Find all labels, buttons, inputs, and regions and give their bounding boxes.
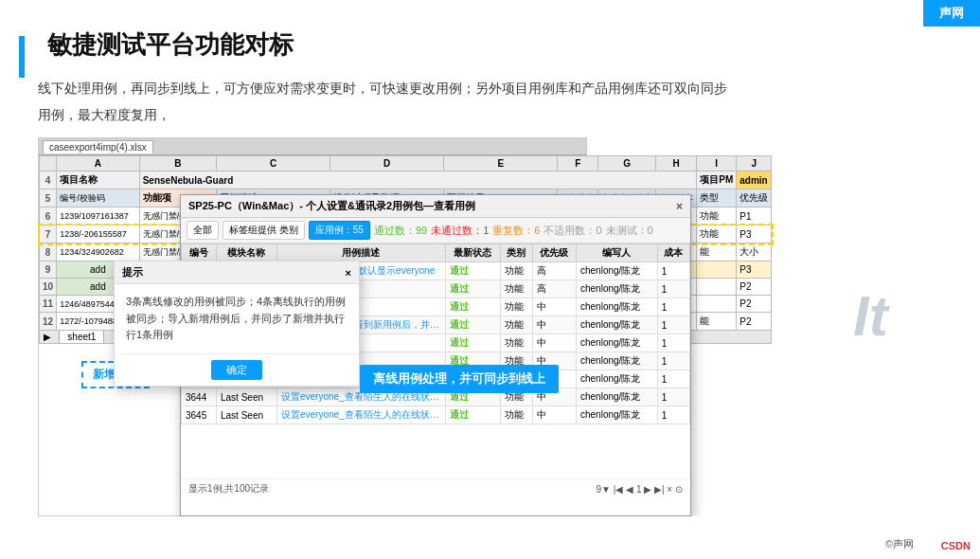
repeat-count: 重复数：6 bbox=[492, 224, 540, 238]
filter-label-btn[interactable]: 标签组提供 类别 bbox=[223, 221, 305, 240]
dialog-pagination[interactable]: 9▼ |◀ ◀ 1 ▶ ▶| × ⊙ bbox=[596, 484, 683, 495]
excel-tab[interactable]: caseexport4imp(4).xlsx bbox=[43, 140, 153, 153]
alert-footer: 确定 bbox=[115, 353, 359, 386]
page-title: 敏捷测试平台功能对标 bbox=[34, 28, 980, 62]
screenshot-area: caseexport4imp(4).xlsx A B C D E F G H I bbox=[38, 137, 947, 516]
table-row: 3645Last Seen设置everyone_查看陌生人的在线状态，好友设置可… bbox=[182, 406, 690, 424]
dialog-table-header-row: 编号 模块名称 用例描述 最新状态 类别 优先级 编写人 成本 bbox=[182, 244, 690, 262]
annotation-offline-process: 离线用例处理，并可同步到线上 bbox=[360, 365, 559, 393]
dialog-close-button[interactable]: × bbox=[676, 200, 683, 213]
dialog-title: SP25-PC（Win&Mac）- 个人设置&通讯录2用例包—查看用例 bbox=[188, 199, 475, 213]
brand-bar: 声网 bbox=[923, 0, 980, 27]
skip-count: 不适用数：0 bbox=[543, 224, 601, 238]
filter-all-btn[interactable]: 全部 bbox=[187, 221, 219, 240]
dialog-record-count: 显示1例,共100记录 bbox=[188, 482, 269, 496]
alert-popup[interactable]: 提示 × 3条离线修改的用例被同步；4条离线执行的用例被同步；导入新增用例后，并… bbox=[114, 261, 360, 387]
dialog-title-bar: SP25-PC（Win&Mac）- 个人设置&通讯录2用例包—查看用例 × bbox=[181, 195, 690, 218]
dialog-toolbar: 全部 标签组提供 类别 应用例：55 通过数：99 未通过数：1 重复数：6 不… bbox=[181, 218, 690, 243]
pass-count: 通过数：99 bbox=[374, 224, 427, 238]
it-watermark: It bbox=[853, 283, 888, 349]
desc-line2: 用例，最大程度复用， bbox=[38, 107, 170, 122]
alert-ok-button[interactable]: 确定 bbox=[211, 360, 262, 380]
description: 线下处理用例，再同步到线上，可方便应对需求变更时，可快速更改用例；另外项目用例库… bbox=[34, 75, 980, 128]
sheet-tab[interactable]: sheet1 bbox=[59, 331, 104, 344]
brand-footer: ©声网 bbox=[885, 537, 914, 551]
alert-title: 提示 bbox=[122, 265, 143, 280]
alert-title-bar: 提示 × bbox=[115, 261, 359, 284]
run-count-btn[interactable]: 应用例：55 bbox=[309, 221, 370, 240]
dialog-footer: 显示1例,共100记录 9▼ |◀ ◀ 1 ▶ ▶| × ⊙ bbox=[181, 478, 690, 498]
brand-logo: 声网 bbox=[939, 5, 964, 22]
main-content: 敏捷测试平台功能对标 线下处理用例，再同步到线上，可方便应对需求变更时，可快速更… bbox=[19, 28, 980, 516]
fail-count: 未通过数：1 bbox=[431, 224, 489, 238]
table-row: 4 项目名称 SenseNebula-Guard 项目PM admin bbox=[40, 171, 772, 189]
excel-tab-bar: caseexport4imp(4).xlsx bbox=[39, 138, 586, 155]
corner-cell bbox=[40, 156, 57, 171]
csdn-logo: CSDN bbox=[941, 540, 971, 551]
unmeasured-count: 未测试：0 bbox=[606, 224, 653, 238]
alert-close-button[interactable]: × bbox=[346, 267, 351, 279]
alert-body: 3条离线修改的用例被同步；4条离线执行的用例被同步；导入新增用例后，并同步了新增… bbox=[115, 284, 359, 353]
alert-message: 3条离线修改的用例被同步；4条离线执行的用例被同步；导入新增用例后，并同步了新增… bbox=[126, 296, 346, 340]
desc-line1: 线下处理用例，再同步到线上，可方便应对需求变更时，可快速更改用例；另外项目用例库… bbox=[38, 81, 727, 96]
col-letter-row: A B C D E F G H I J bbox=[40, 156, 772, 171]
